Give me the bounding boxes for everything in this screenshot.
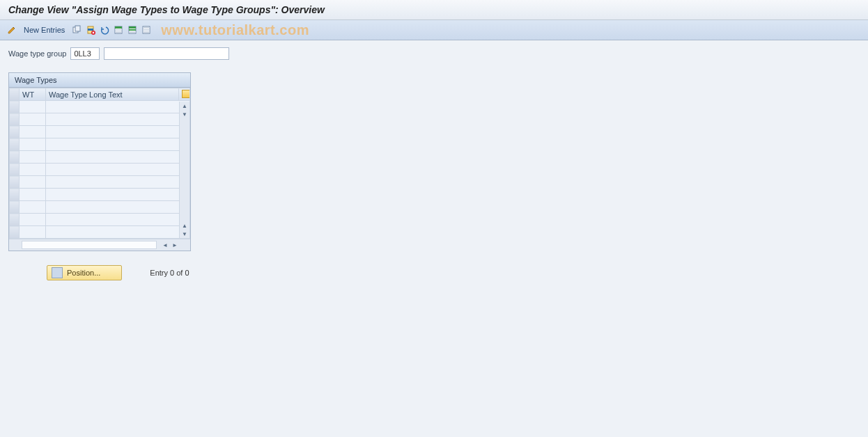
page-title: Change View "Assign Wage Types to Wage T… <box>8 4 325 15</box>
svg-rect-10 <box>129 26 136 29</box>
scroll-down-icon[interactable]: ▼ <box>180 230 189 238</box>
cell-wt[interactable] <box>20 113 46 126</box>
cell-wt[interactable] <box>20 164 46 176</box>
wage-types-table[interactable]: WT Wage Type Long Text <box>9 88 190 239</box>
table-row[interactable] <box>10 126 190 138</box>
cell-long-text[interactable] <box>46 164 190 176</box>
wage-type-group-desc-input[interactable] <box>104 47 229 60</box>
cell-long-text[interactable] <box>46 214 190 226</box>
select-all-icon[interactable] <box>112 24 125 36</box>
cell-wt[interactable] <box>20 176 46 189</box>
table-row[interactable] <box>10 176 190 189</box>
row-selector[interactable] <box>10 113 20 126</box>
svg-rect-12 <box>129 31 136 33</box>
scroll-down-small-icon[interactable]: ▼ <box>180 110 189 118</box>
watermark-text: www.tutorialkart.com <box>161 22 309 38</box>
svg-rect-6 <box>115 26 122 29</box>
table-row[interactable] <box>10 164 190 176</box>
table-row[interactable] <box>10 226 190 239</box>
wage-type-group-label: Wage type group <box>8 49 66 58</box>
table-row[interactable] <box>10 189 190 201</box>
horizontal-scrollbar[interactable]: ◄ ► <box>9 239 190 251</box>
column-header-wt[interactable]: WT <box>20 88 46 101</box>
title-bar: Change View "Assign Wage Types to Wage T… <box>0 0 868 20</box>
scroll-up-icon[interactable]: ▲ <box>180 102 189 110</box>
position-button[interactable]: Position... <box>47 265 122 280</box>
deselect-all-icon[interactable] <box>140 24 153 36</box>
row-selector[interactable] <box>10 138 20 151</box>
wage-types-panel-title: Wage Types <box>9 73 190 88</box>
svg-rect-15 <box>143 29 150 31</box>
scroll-up-small-icon[interactable]: ▲ <box>180 221 189 230</box>
entry-counter: Entry 0 of 0 <box>150 269 189 277</box>
cell-long-text[interactable] <box>46 201 190 214</box>
row-selector[interactable] <box>10 126 20 138</box>
row-selector[interactable] <box>10 214 20 226</box>
cell-wt[interactable] <box>20 214 46 226</box>
table-row[interactable] <box>10 214 190 226</box>
delete-icon[interactable] <box>84 24 97 36</box>
cell-long-text[interactable] <box>46 151 190 164</box>
select-block-icon[interactable] <box>126 24 139 36</box>
hscroll-track[interactable] <box>22 241 157 249</box>
table-row[interactable] <box>10 138 190 151</box>
row-selector-header[interactable] <box>10 88 20 101</box>
cell-long-text[interactable] <box>46 176 190 189</box>
table-row[interactable] <box>10 113 190 126</box>
cell-wt[interactable] <box>20 189 46 201</box>
cell-wt[interactable] <box>20 201 46 214</box>
row-selector[interactable] <box>10 226 20 239</box>
cell-long-text[interactable] <box>46 189 190 201</box>
row-selector[interactable] <box>10 151 20 164</box>
cell-wt[interactable] <box>20 226 46 239</box>
content-area: Wage type group Wage Types WT Wage Type … <box>0 40 868 287</box>
toolbar: New Entries www.tutorialkart.com <box>0 20 868 40</box>
cell-long-text[interactable] <box>46 226 190 239</box>
toggle-display-change-icon[interactable] <box>6 24 18 36</box>
wage-types-panel: Wage Types WT Wage Type Long Text ▲ <box>8 72 191 251</box>
table-row[interactable] <box>10 151 190 164</box>
cell-long-text[interactable] <box>46 101 190 113</box>
svg-rect-1 <box>75 26 80 31</box>
cell-wt[interactable] <box>20 101 46 113</box>
cell-long-text[interactable] <box>46 113 190 126</box>
cell-wt[interactable] <box>20 151 46 164</box>
vertical-scrollbar[interactable]: ▲ ▼ ▲ ▼ <box>179 102 189 238</box>
footer-row: Position... Entry 0 of 0 <box>8 265 860 280</box>
cell-wt[interactable] <box>20 126 46 138</box>
undo-icon[interactable] <box>98 24 111 36</box>
svg-rect-3 <box>88 29 93 31</box>
wage-type-group-code-input[interactable] <box>70 47 100 60</box>
row-selector[interactable] <box>10 201 20 214</box>
position-button-label: Position... <box>67 269 100 277</box>
cell-long-text[interactable] <box>46 138 190 151</box>
table-settings-icon <box>182 90 190 98</box>
new-entries-button[interactable]: New Entries <box>20 26 69 34</box>
table-settings-button[interactable] <box>179 88 190 101</box>
svg-rect-16 <box>143 31 150 33</box>
scroll-right-icon[interactable]: ► <box>171 241 179 249</box>
row-selector[interactable] <box>10 101 20 113</box>
cell-wt[interactable] <box>20 138 46 151</box>
wage-type-group-row: Wage type group <box>8 47 860 60</box>
position-icon <box>52 267 63 278</box>
scroll-left-icon[interactable]: ◄ <box>161 241 169 249</box>
column-header-long-text[interactable]: Wage Type Long Text <box>46 88 179 101</box>
svg-rect-14 <box>143 27 150 29</box>
copy-as-icon[interactable] <box>70 24 83 36</box>
row-selector[interactable] <box>10 189 20 201</box>
svg-rect-8 <box>115 31 122 33</box>
row-selector[interactable] <box>10 164 20 176</box>
cell-long-text[interactable] <box>46 126 190 138</box>
table-row[interactable] <box>10 101 190 113</box>
svg-rect-7 <box>115 29 122 31</box>
svg-rect-11 <box>129 29 136 31</box>
row-selector[interactable] <box>10 176 20 189</box>
table-row[interactable] <box>10 201 190 214</box>
